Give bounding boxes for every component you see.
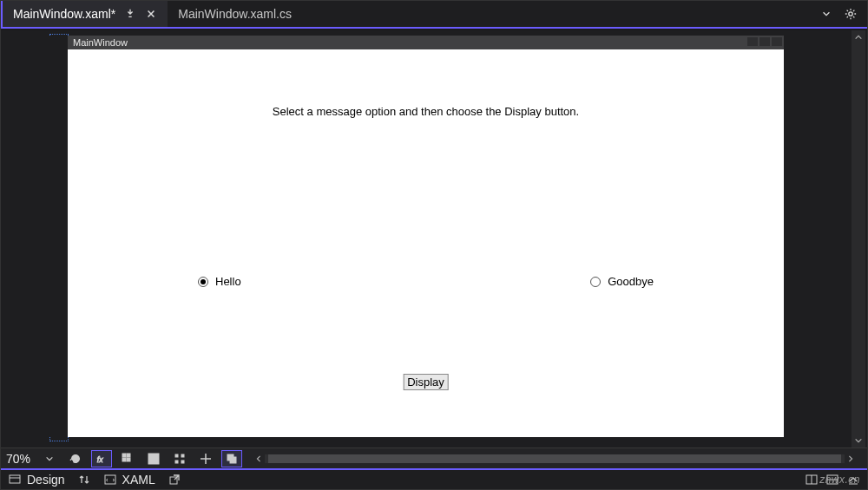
window-title: MainWindow [73,37,128,48]
snap-pixel-icon[interactable] [169,450,190,467]
group-icon[interactable] [221,450,242,467]
svg-rect-5 [127,458,130,461]
svg-rect-9 [175,461,178,463]
caret-down-icon[interactable] [819,6,834,22]
radio-goodbye[interactable]: Goodbye [590,275,654,288]
radio-dot-icon [198,277,208,287]
snap-grid-icon[interactable] [143,450,164,467]
tab-mainwindow-xaml[interactable]: MainWindow.xaml* [1,1,168,27]
popout-icon[interactable] [168,473,181,487]
svg-rect-3 [127,454,130,457]
mode-design-label: Design [27,473,65,487]
designer-toolbar: 70% fx [1,448,867,468]
radio-hello-label: Hello [215,275,241,288]
swap-panes-icon[interactable] [77,473,91,487]
svg-rect-6 [148,454,159,464]
mode-xaml-label: XAML [122,473,155,487]
gear-icon[interactable] [843,6,858,22]
tab-mainwindow-xaml-cs[interactable]: MainWindow.xaml.cs [168,1,302,27]
design-mode-icon [8,473,22,487]
xaml-mode-icon [103,473,117,487]
document-tabbar: MainWindow.xaml* MainWindow.xaml.cs [1,1,867,29]
svg-rect-4 [122,458,126,461]
crosshair-icon[interactable] [195,450,216,467]
horizontal-scrollbar[interactable] [253,453,857,465]
scroll-up-icon[interactable] [852,30,865,44]
svg-rect-10 [181,461,184,463]
window-maximize-icon [760,37,770,46]
mode-xaml[interactable]: XAML [103,473,155,487]
watermark-text: znwx.cn [819,474,860,486]
radio-goodbye-label: Goodbye [608,275,654,288]
tab-label: MainWindow.xaml* [13,7,115,21]
scrollbar-track[interactable] [854,44,863,434]
vertical-scrollbar[interactable] [852,30,865,448]
radio-hello[interactable]: Hello [198,275,241,288]
scroll-down-icon[interactable] [852,434,865,448]
window-close-icon [772,37,782,46]
svg-rect-2 [122,454,126,457]
svg-point-0 [849,12,852,16]
grid-icon[interactable] [117,450,138,467]
svg-rect-8 [181,454,184,457]
design-artboard[interactable]: MainWindow Select a message option and t… [68,36,784,437]
pane-toolbar: Design XAML [1,468,867,489]
effects-icon[interactable]: fx [91,450,112,467]
window-titlebar: MainWindow [68,36,784,49]
svg-text:fx: fx [97,454,103,463]
svg-rect-13 [10,475,20,483]
scroll-left-icon[interactable] [253,453,265,465]
display-button[interactable]: Display [403,374,449,390]
zoom-dropdown-icon[interactable] [39,450,60,467]
split-horizontal-icon[interactable] [805,473,819,487]
refresh-icon[interactable] [65,450,86,467]
mode-design[interactable]: Design [8,473,65,487]
window-minimize-icon [747,37,758,46]
instruction-text: Select a message option and then choose … [68,49,784,118]
designer-surface: MainWindow Select a message option and t… [1,30,867,448]
tab-label: MainWindow.xaml.cs [178,7,292,21]
svg-rect-12 [230,457,236,463]
scrollbar-thumb[interactable] [268,454,841,463]
radio-dot-icon [590,277,601,287]
svg-rect-7 [175,454,178,457]
zoom-level[interactable]: 70% [6,452,34,466]
pin-icon[interactable] [124,8,136,20]
scroll-right-icon[interactable] [845,453,857,465]
close-icon[interactable] [145,8,157,20]
